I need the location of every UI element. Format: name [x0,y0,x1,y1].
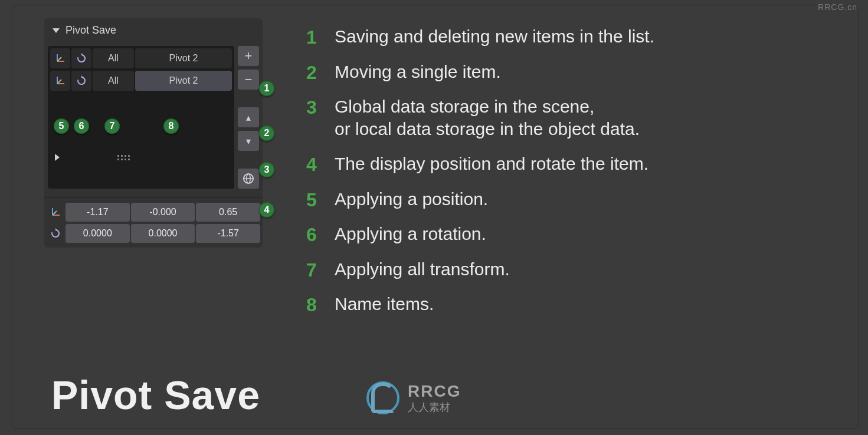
panel-header[interactable]: Pivot Save [44,18,263,42]
legend-text: Applying all transform. [335,258,510,281]
badge-1: 1 [259,81,274,96]
apply-all-button[interactable]: All [93,48,134,68]
rot-x-value: 0.0000 [83,228,112,239]
chevron-down-icon: ▾ [246,136,251,147]
legend-number: 2 [302,61,322,82]
position-row: -1.17 -0.000 0.65 [47,203,260,222]
badge-3: 3 [259,162,274,177]
legend-number: 6 [302,223,322,244]
pivot-list: All Pivot 2 [48,46,234,189]
axes-icon [55,53,65,64]
legend-text: Applying a position. [335,188,488,210]
globe-icon [243,173,254,184]
legend-number: 4 [302,153,322,174]
apply-rotation-button[interactable] [71,71,91,91]
legend-item: 4 The display position and rotate the it… [302,153,850,175]
move-item-up-button[interactable]: ▴ [238,107,259,127]
legend-number: 8 [302,293,322,314]
item-name: Pivot 2 [169,75,198,86]
pivot-save-panel: Pivot Save [44,18,263,248]
logo-text-small: 人人素材 [408,402,461,413]
list-item[interactable]: All Pivot 2 [50,71,232,91]
badge-7: 7 [104,118,120,134]
svg-line-2 [57,57,61,61]
expand-icon[interactable] [55,154,60,161]
storage-scope-button[interactable] [238,169,259,189]
legend: 1 Saving and deleting new items in the l… [302,25,850,328]
remove-item-button[interactable]: − [238,70,259,90]
pos-y-value: -0.000 [149,207,176,218]
rot-x-field[interactable]: 0.0000 [65,224,130,243]
plus-icon: + [245,48,253,64]
svg-line-13 [53,211,57,215]
badge-8: 8 [163,118,179,134]
svg-marker-7 [81,75,84,78]
list-item[interactable]: All Pivot 2 [50,48,232,68]
legend-item: 1 Saving and deleting new items in the l… [302,25,850,48]
logo-text: RRCG 人人素材 [408,383,461,413]
list-footer [50,149,232,166]
all-label: All [108,53,119,64]
refresh-icon [47,224,64,243]
pos-y-field[interactable]: -0.000 [131,203,195,222]
panel-body: All Pivot 2 [44,42,263,192]
legend-number: 7 [302,258,322,279]
watermark-logo: RRCG 人人素材 [366,381,461,414]
rot-z-field[interactable]: -1.57 [196,224,260,243]
apply-all-button[interactable]: All [93,71,134,91]
values-block: -1.17 -0.000 0.65 0.0000 0.0000 -1.57 [44,197,263,248]
legend-item: 6 Applying a rotation. [302,223,850,245]
add-item-button[interactable]: + [238,46,259,66]
page-title: Pivot Save [51,372,260,418]
legend-item: 8 Name items. [302,293,850,315]
apply-rotation-button[interactable] [71,48,91,68]
side-buttons: + − ▴ ▾ [238,46,259,189]
grip-icon[interactable] [117,155,130,160]
legend-item: 3 Global data storage in the scene, or l… [302,95,850,140]
legend-item: 5 Applying a position. [302,188,850,210]
watermark-top: RRCG.cn [818,2,857,12]
all-label: All [108,75,119,86]
legend-item: 7 Applying all transform. [302,258,850,281]
pos-x-field[interactable]: -1.17 [65,203,130,222]
minus-icon: − [245,72,253,87]
chevron-up-icon: ▴ [246,112,251,123]
pos-z-field[interactable]: 0.65 [196,203,260,222]
svg-marker-3 [81,53,84,55]
apply-position-button[interactable] [50,71,70,91]
pos-x-value: -1.17 [87,207,108,218]
axes-icon [55,75,65,86]
move-item-down-button[interactable]: ▾ [238,131,259,151]
rot-y-field[interactable]: 0.0000 [131,224,195,243]
legend-number: 1 [302,25,322,47]
panel-area: Pivot Save [44,18,263,248]
rotation-row: 0.0000 0.0000 -1.57 [47,224,260,243]
pos-z-value: 0.65 [219,207,237,218]
badge-4: 4 [259,202,274,218]
refresh-icon [76,53,87,64]
legend-number: 5 [302,188,322,209]
content-frame: Pivot Save [12,5,859,429]
logo-icon [366,381,399,414]
caret-down-icon [53,28,60,33]
logo-text-big: RRCG [408,383,461,400]
legend-text: Global data storage in the scene, or loc… [335,95,640,140]
legend-text: Name items. [335,293,434,315]
axes-icon [47,203,64,222]
legend-text: Applying a rotation. [335,223,486,245]
badge-2: 2 [259,126,274,141]
badge-6: 6 [74,118,89,134]
refresh-icon [76,75,87,86]
legend-item: 2 Moving a single item. [302,61,850,83]
legend-text: Moving a single item. [335,61,501,83]
item-name-field[interactable]: Pivot 2 [135,48,232,68]
item-name-field[interactable]: Pivot 2 [135,71,232,91]
rot-z-value: -1.57 [217,228,238,239]
legend-number: 3 [302,95,322,117]
badge-5: 5 [54,118,69,134]
svg-line-6 [57,80,61,84]
legend-text: Saving and deleting new items in the lis… [335,25,654,48]
apply-position-button[interactable] [50,48,70,68]
rot-y-value: 0.0000 [149,228,178,239]
legend-text: The display position and rotate the item… [335,153,648,175]
